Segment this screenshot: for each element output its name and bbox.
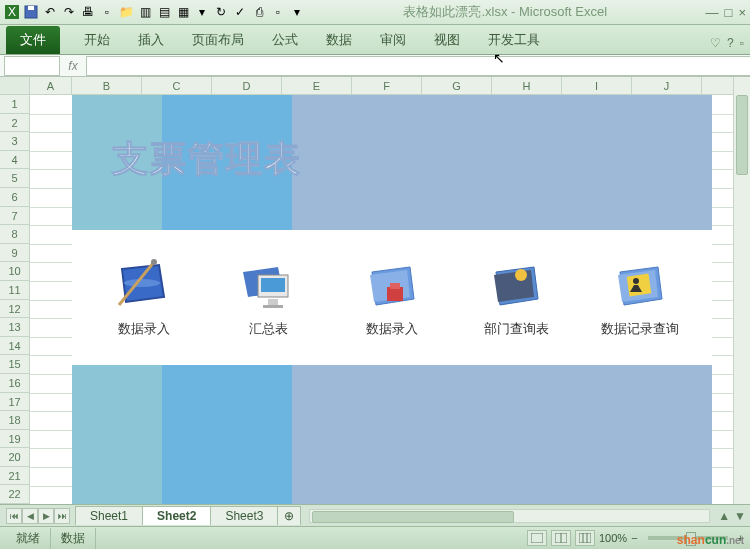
doc1-icon[interactable]: ▥ [137,4,153,20]
save-icon[interactable] [23,4,39,20]
close-button[interactable]: × [738,5,746,20]
watermark-part2: cun [705,533,726,547]
undo-icon[interactable]: ↶ [42,4,58,20]
zoom-out-button[interactable]: − [631,532,637,544]
row-header-2[interactable]: 2 [0,114,29,133]
row-header-12[interactable]: 12 [0,300,29,319]
doc2-icon[interactable]: ▤ [156,4,172,20]
print-icon[interactable]: 🖶 [80,4,96,20]
maximize-button[interactable]: □ [725,5,733,20]
row-header-1[interactable]: 1 [0,95,29,114]
col-header-G[interactable]: G [422,77,492,94]
row-header-11[interactable]: 11 [0,281,29,300]
col-header-H[interactable]: H [492,77,562,94]
file-tab[interactable]: 文件 [6,26,60,54]
row-header-19[interactable]: 19 [0,430,29,449]
formula-bar: fx [0,55,750,77]
excel-icon[interactable]: X [4,4,20,20]
col-header-C[interactable]: C [142,77,212,94]
add-sheet-button[interactable]: ⊕ [277,506,301,525]
svg-rect-16 [531,533,543,543]
tab-nav-3[interactable]: ⏭ [54,508,70,524]
row-header-17[interactable]: 17 [0,393,29,412]
ribbon-tab-1[interactable]: 插入 [124,26,178,54]
row-header-15[interactable]: 15 [0,355,29,374]
tool4-icon[interactable]: ▫ [270,4,286,20]
col-header-D[interactable]: D [212,77,282,94]
sheet-tab-sheet3[interactable]: Sheet3 [210,506,278,525]
col-header-E[interactable]: E [282,77,352,94]
view-normal-button[interactable] [527,530,547,546]
ribbon-minimize-icon[interactable]: ▫ [740,36,744,50]
scroll-up-icon[interactable]: ▲ [718,509,730,523]
row-header-6[interactable]: 6 [0,188,29,207]
tab-nav-0[interactable]: ⏮ [6,508,22,524]
dropdown-icon[interactable]: ▾ [194,4,210,20]
view-layout-button[interactable] [551,530,571,546]
cells-area[interactable]: 支票管理表 数据录入汇总表数据录入部门查询表数据记录查询 [30,95,733,504]
ribbon-tab-6[interactable]: 视图 [420,26,474,54]
formula-input[interactable] [86,56,750,76]
row-header-13[interactable]: 13 [0,318,29,337]
menu-item-3[interactable]: 部门查询表 [461,257,571,338]
redo-icon[interactable]: ↷ [61,4,77,20]
tool1-icon[interactable]: ↻ [213,4,229,20]
ribbon-tabs: 文件 开始插入页面布局公式数据审阅视图开发工具 ♡ ? ▫ [0,25,750,55]
col-header-F[interactable]: F [352,77,422,94]
name-box[interactable] [4,56,60,76]
ribbon-tab-7[interactable]: 开发工具 [474,26,554,54]
row-header-8[interactable]: 8 [0,225,29,244]
ribbon-tab-3[interactable]: 公式 [258,26,312,54]
vertical-scrollbar[interactable] [733,77,750,504]
menu-item-4[interactable]: 数据记录查询 [585,257,695,338]
watermark-part1: shan [677,533,705,547]
new-icon[interactable]: ▫ [99,4,115,20]
ribbon-tab-4[interactable]: 数据 [312,26,366,54]
menu-item-2[interactable]: 数据录入 [337,257,447,338]
status-mode: 数据 [51,528,96,549]
vscroll-thumb[interactable] [736,95,748,175]
svg-rect-19 [579,533,591,543]
menu-item-1[interactable]: 汇总表 [213,257,323,338]
ribbon-tab-5[interactable]: 审阅 [366,26,420,54]
row-header-4[interactable]: 4 [0,151,29,170]
ribbon-tab-0[interactable]: 开始 [70,26,124,54]
row-header-16[interactable]: 16 [0,374,29,393]
ribbon-tab-2[interactable]: 页面布局 [178,26,258,54]
view-pagebreak-button[interactable] [575,530,595,546]
tab-nav-2[interactable]: ▶ [38,508,54,524]
row-header-5[interactable]: 5 [0,169,29,188]
scroll-down-icon[interactable]: ▼ [734,509,746,523]
row-header-18[interactable]: 18 [0,411,29,430]
col-header-A[interactable]: A [30,77,72,94]
col-header-J[interactable]: J [632,77,702,94]
row-header-22[interactable]: 22 [0,485,29,504]
row-header-21[interactable]: 21 [0,467,29,486]
col-header-I[interactable]: I [562,77,632,94]
minimize-button[interactable]: — [706,5,719,20]
open-icon[interactable]: 📁 [118,4,134,20]
tab-nav-1[interactable]: ◀ [22,508,38,524]
qat-more-icon[interactable]: ▾ [289,4,305,20]
row-header-9[interactable]: 9 [0,244,29,263]
menu-item-label: 部门查询表 [484,320,549,338]
fx-icon[interactable]: fx [64,59,82,73]
select-all-corner[interactable] [0,77,29,95]
row-header-14[interactable]: 14 [0,337,29,356]
svg-point-4 [124,279,160,287]
row-header-3[interactable]: 3 [0,132,29,151]
tool3-icon[interactable]: ⎙ [251,4,267,20]
row-header-10[interactable]: 10 [0,262,29,281]
horizontal-scrollbar[interactable] [309,509,710,523]
zoom-level[interactable]: 100% [599,532,627,544]
doc3-icon[interactable]: ▦ [175,4,191,20]
ribbon-help-icon[interactable]: ? [727,36,734,50]
sheet-tab-sheet2[interactable]: Sheet2 [142,506,211,525]
menu-item-0[interactable]: 数据录入 [89,257,199,338]
row-header-20[interactable]: 20 [0,448,29,467]
tool2-icon[interactable]: ✓ [232,4,248,20]
sheet-tab-sheet1[interactable]: Sheet1 [75,506,143,525]
row-header-7[interactable]: 7 [0,207,29,226]
ribbon-fav-icon[interactable]: ♡ [710,36,721,50]
col-header-B[interactable]: B [72,77,142,94]
